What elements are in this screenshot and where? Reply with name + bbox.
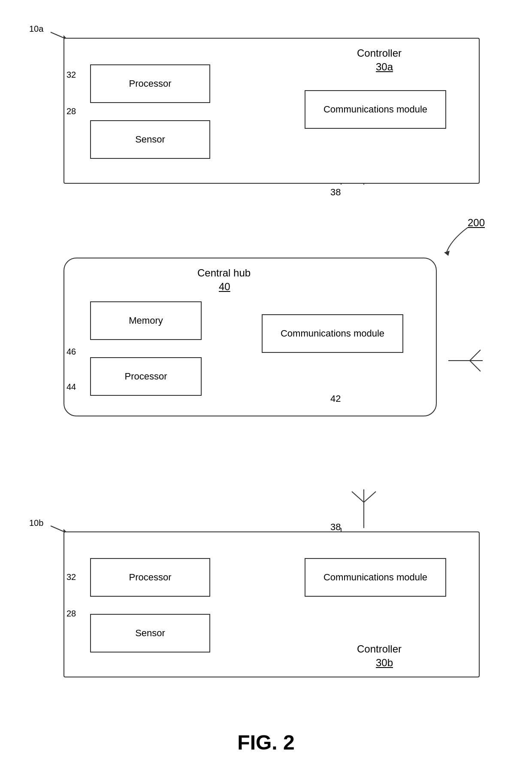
sensor-box-10b: Sensor [90, 614, 210, 653]
ref-44: 44 [66, 382, 76, 392]
svg-line-15 [51, 526, 63, 531]
svg-line-0 [51, 32, 63, 38]
central-hub-label: Central hub [197, 267, 251, 279]
memory-box: Memory [90, 301, 202, 340]
central-hub-box: Central hub 40 Memory Processor Communic… [63, 258, 437, 416]
ref-38-10b: 38 [330, 522, 341, 533]
processor-box-10a: Processor [90, 64, 210, 103]
diagram: Controller 30a Processor Sensor Communic… [0, 0, 532, 768]
ref-200: 200 [468, 217, 485, 229]
svg-marker-9 [444, 251, 450, 256]
central-hub-ref: 40 [219, 281, 230, 293]
controller-10b-ref: 30b [376, 657, 393, 669]
ref-28-10b: 28 [66, 609, 76, 619]
ref-42: 42 [330, 393, 341, 404]
ref-32-10b: 32 [66, 572, 76, 582]
ref-32-10a: 32 [66, 70, 76, 80]
ref-10a: 10a [29, 24, 43, 34]
svg-line-12 [470, 350, 481, 361]
svg-line-14 [470, 361, 481, 371]
controller-10a-label: Controller [357, 47, 402, 59]
comms-box-10b: Communications module [305, 558, 446, 597]
processor-box-hub: Processor [90, 357, 202, 396]
controller-10b-label: Controller [357, 643, 402, 655]
fig-caption: FIG. 2 [0, 731, 532, 754]
controller-10a-ref: 30a [376, 61, 393, 73]
comms-box-hub: Communications module [262, 314, 403, 353]
comms-box-10a: Communications module [305, 90, 446, 129]
ref-10b: 10b [29, 518, 43, 528]
controller-10b-box: Processor Sensor Communications module C… [63, 531, 480, 677]
ref-46: 46 [66, 347, 76, 357]
ref-38-10a: 38 [330, 187, 341, 198]
svg-line-18 [352, 492, 364, 502]
sensor-box-10a: Sensor [90, 120, 210, 159]
controller-10a-box: Controller 30a Processor Sensor Communic… [63, 38, 480, 184]
ref-28-10a: 28 [66, 106, 76, 116]
processor-box-10b: Processor [90, 558, 210, 597]
svg-line-20 [364, 492, 376, 502]
